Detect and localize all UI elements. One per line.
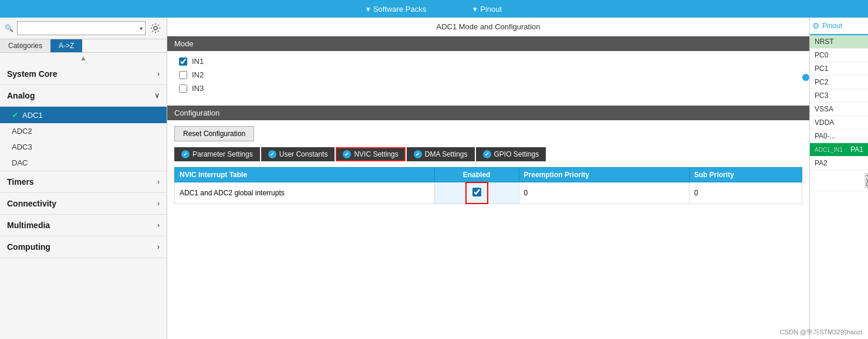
adc1-label: ADC1 bbox=[22, 111, 43, 120]
sidebar-tabs: Categories A->Z bbox=[0, 39, 167, 53]
adc3-label: ADC3 bbox=[12, 143, 32, 151]
pin-label-vdda: VDDA bbox=[815, 118, 834, 127]
pin-item-nrst[interactable]: NRST bbox=[810, 35, 868, 49]
mode-label-in2: IN2 bbox=[192, 70, 204, 79]
dropdown-arrow-software: ▾ bbox=[366, 5, 370, 13]
pinout-menu[interactable]: ▾ Pinout bbox=[473, 5, 502, 13]
mode-checkbox-in2[interactable] bbox=[179, 71, 187, 79]
scroll-up-arrow[interactable]: ▲ bbox=[0, 53, 167, 63]
tab-gpio-settings[interactable]: ✔ GPIO Settings bbox=[476, 147, 546, 161]
reset-config-button[interactable]: Reset Configuration bbox=[174, 126, 254, 141]
sidebar-analog-section: Analog ∨ ✔ ADC1 ADC2 ADC3 DAC bbox=[0, 85, 167, 171]
sidebar-item-connectivity[interactable]: Connectivity › bbox=[0, 193, 167, 215]
param-tab-label: Parameter Settings bbox=[192, 150, 253, 158]
pin-item-pa0[interactable]: PA0-... bbox=[810, 130, 868, 143]
sidebar: 🔍 ▾ Categories A->Z ▲ bbox=[0, 18, 167, 339]
right-panel-header-text: Pinout bbox=[822, 22, 842, 30]
pin-item-pa2[interactable]: PA2 bbox=[810, 157, 868, 170]
sidebar-items: ▲ System Core › Analog ∨ ✔ ADC1 bbox=[0, 53, 167, 339]
pin-label-pc3: PC3 bbox=[815, 91, 828, 100]
adc1-check-icon: ✔ bbox=[12, 110, 19, 120]
nvic-row-sub: 0 bbox=[689, 182, 802, 204]
sidebar-item-dac[interactable]: DAC bbox=[0, 155, 167, 171]
pin-label-vssa: VSSA bbox=[815, 105, 833, 113]
nvic-tab-check-icon: ✔ bbox=[343, 150, 351, 158]
multimedia-label: Multimedia bbox=[7, 221, 50, 230]
sidebar-item-adc3[interactable]: ADC3 bbox=[0, 139, 167, 155]
timers-label: Timers bbox=[7, 177, 34, 187]
pin-item-vdda[interactable]: VDDA bbox=[810, 116, 868, 130]
config-header: Configuration bbox=[167, 106, 809, 120]
pin-item-pc3[interactable]: PC3 bbox=[810, 89, 868, 103]
pin-label-pc2: PC2 bbox=[815, 78, 828, 86]
pin-item-vssa[interactable]: VSSA bbox=[810, 103, 868, 116]
timers-arrow: › bbox=[157, 178, 160, 186]
dropdown-arrow-pinout: ▾ bbox=[473, 5, 477, 13]
sidebar-item-analog[interactable]: Analog ∨ bbox=[0, 85, 167, 107]
config-content: Reset Configuration ✔ Parameter Settings… bbox=[167, 120, 809, 210]
mode-option-in3: IN3 bbox=[179, 84, 798, 93]
search-icon: 🔍 bbox=[5, 24, 13, 32]
tab-categories[interactable]: Categories bbox=[0, 39, 50, 52]
pa3-rotated-label: PA3 bbox=[864, 173, 868, 188]
pinout-label: Pinout bbox=[480, 5, 502, 13]
sidebar-item-system-core[interactable]: System Core › bbox=[0, 63, 167, 85]
adc1-in1-side-label: ADC1_IN1 bbox=[815, 147, 843, 153]
connectivity-label: Connectivity bbox=[7, 199, 56, 208]
tab-dma-settings[interactable]: ✔ DMA Settings bbox=[407, 147, 475, 161]
right-panel-header: ⚙ Pinout bbox=[810, 18, 868, 35]
panel-title-text: ADC1 Mode and Configuration bbox=[436, 22, 540, 31]
gear-icon[interactable] bbox=[149, 22, 162, 35]
pin-item-pc2[interactable]: PC2 bbox=[810, 76, 868, 89]
pin-label-nrst: NRST bbox=[815, 38, 834, 46]
pin-item-pc1[interactable]: PC1 bbox=[810, 62, 868, 76]
sidebar-item-multimedia[interactable]: Multimedia › bbox=[0, 215, 167, 236]
search-box: ▾ bbox=[17, 21, 146, 35]
connectivity-arrow: › bbox=[157, 199, 160, 208]
mode-label-in3: IN3 bbox=[192, 84, 204, 93]
mode-checkbox-in3[interactable] bbox=[179, 84, 187, 93]
table-row: ADC1 and ADC2 global interrupts 0 0 bbox=[175, 182, 802, 204]
nvic-enabled-checkbox[interactable] bbox=[472, 188, 481, 196]
nvic-col-sub: Sub Priority bbox=[689, 168, 802, 182]
search-input[interactable] bbox=[20, 24, 140, 32]
sidebar-item-adc1[interactable]: ✔ ADC1 bbox=[0, 107, 167, 123]
pin-item-pa1[interactable]: ADC1_IN1 PA1 bbox=[810, 143, 868, 157]
search-dropdown-arrow[interactable]: ▾ bbox=[140, 25, 143, 32]
software-packs-menu[interactable]: ▾ Software Packs bbox=[366, 5, 426, 13]
mode-header: Mode bbox=[167, 36, 809, 51]
user-tab-check-icon: ✔ bbox=[268, 150, 276, 158]
svg-point-0 bbox=[154, 26, 157, 30]
nvic-col-name: NVIC Interrupt Table bbox=[175, 168, 435, 182]
system-core-label: System Core bbox=[7, 69, 58, 79]
user-tab-label: User Constants bbox=[279, 150, 328, 158]
mode-label-in1: IN1 bbox=[192, 57, 204, 66]
pin-item-pc0[interactable]: PC0 bbox=[810, 49, 868, 62]
param-tab-check-icon: ✔ bbox=[181, 150, 190, 158]
tab-user-constants[interactable]: ✔ User Constants bbox=[261, 147, 335, 161]
sidebar-item-adc2[interactable]: ADC2 bbox=[0, 123, 167, 139]
system-core-arrow: › bbox=[157, 70, 160, 78]
mode-checkbox-in1[interactable] bbox=[179, 57, 187, 66]
tab-parameter-settings[interactable]: ✔ Parameter Settings bbox=[174, 147, 260, 161]
computing-label: Computing bbox=[7, 242, 50, 252]
nvic-tab-label: NVIC Settings bbox=[354, 150, 398, 158]
pin-item-pa3[interactable]: PA3 bbox=[810, 170, 868, 191]
pin-label-pa1: PA1 bbox=[850, 145, 863, 154]
sidebar-item-computing[interactable]: Computing › bbox=[0, 236, 167, 258]
mode-header-text: Mode bbox=[174, 39, 194, 48]
nvic-row-enabled bbox=[434, 182, 519, 204]
pinout-header-icon: ⚙ bbox=[812, 21, 820, 30]
multimedia-arrow: › bbox=[157, 221, 160, 229]
tab-az[interactable]: A->Z bbox=[50, 39, 82, 52]
computing-arrow: › bbox=[157, 243, 160, 251]
mode-option-in2: IN2 bbox=[179, 70, 798, 79]
dma-tab-label: DMA Settings bbox=[425, 150, 468, 158]
sidebar-item-timers[interactable]: Timers › bbox=[0, 171, 167, 193]
dma-tab-check-icon: ✔ bbox=[414, 150, 422, 158]
tab-nvic-settings[interactable]: ✔ NVIC Settings bbox=[336, 147, 405, 161]
analog-label: Analog bbox=[7, 91, 35, 100]
nvic-table: NVIC Interrupt Table Enabled Preemption … bbox=[174, 167, 802, 204]
mode-options: IN1 IN2 IN3 bbox=[167, 51, 809, 103]
watermark: CSDN @学习STM32的haozi bbox=[780, 328, 862, 337]
